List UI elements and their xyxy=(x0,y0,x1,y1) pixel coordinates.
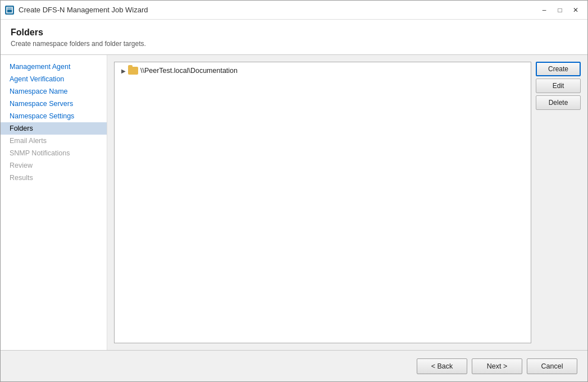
sidebar-item-agent-verification[interactable]: Agent Verification xyxy=(1,73,107,85)
content-area: Management Agent Agent Verification Name… xyxy=(1,55,587,350)
sidebar-item-folders: Folders xyxy=(1,122,107,135)
cancel-button[interactable]: Cancel xyxy=(527,358,577,374)
action-buttons-panel: Create Edit Delete xyxy=(536,62,581,343)
sidebar-item-namespace-servers[interactable]: Namespace Servers xyxy=(1,98,107,110)
sidebar-item-management-agent[interactable]: Management Agent xyxy=(1,61,107,73)
wizard-footer: < Back Next > Cancel xyxy=(1,350,587,381)
title-bar: Create DFS-N Management Job Wizard – □ ✕ xyxy=(1,1,587,20)
folders-tree[interactable]: ▶ \\PeerTest.local\Documentation xyxy=(114,62,531,343)
folder-icon xyxy=(128,67,138,75)
app-icon xyxy=(5,6,14,15)
page-header: Folders Create namespace folders and fol… xyxy=(1,20,587,55)
close-button[interactable]: ✕ xyxy=(568,4,583,16)
window-title: Create DFS-N Management Job Wizard xyxy=(19,6,537,14)
window-controls: – □ ✕ xyxy=(537,4,583,16)
create-button[interactable]: Create xyxy=(536,62,581,76)
back-button[interactable]: < Back xyxy=(417,358,467,374)
tree-row[interactable]: ▶ \\PeerTest.local\Documentation xyxy=(117,65,528,77)
edit-button[interactable]: Edit xyxy=(536,79,581,93)
tree-item-label: \\PeerTest.local\Documentation xyxy=(140,67,238,75)
wizard-window: Create DFS-N Management Job Wizard – □ ✕… xyxy=(0,0,588,382)
next-button[interactable]: Next > xyxy=(472,358,522,374)
main-content: ▶ \\PeerTest.local\Documentation Create … xyxy=(107,55,587,350)
page-subtitle: Create namespace folders and folder targ… xyxy=(11,40,577,48)
page-title: Folders xyxy=(11,27,577,38)
sidebar-item-namespace-name[interactable]: Namespace Name xyxy=(1,85,107,98)
svg-rect-0 xyxy=(7,7,12,13)
sidebar-item-review: Review xyxy=(1,159,107,172)
sidebar-item-email-alerts: Email Alerts xyxy=(1,135,107,147)
expand-icon[interactable]: ▶ xyxy=(119,66,128,75)
maximize-button[interactable]: □ xyxy=(553,4,567,16)
minimize-button[interactable]: – xyxy=(537,4,551,16)
sidebar-item-namespace-settings[interactable]: Namespace Settings xyxy=(1,110,107,122)
sidebar-item-snmp-notifications: SNMP Notifications xyxy=(1,147,107,159)
delete-button[interactable]: Delete xyxy=(536,95,581,110)
sidebar: Management Agent Agent Verification Name… xyxy=(1,55,107,350)
sidebar-item-results: Results xyxy=(1,172,107,184)
